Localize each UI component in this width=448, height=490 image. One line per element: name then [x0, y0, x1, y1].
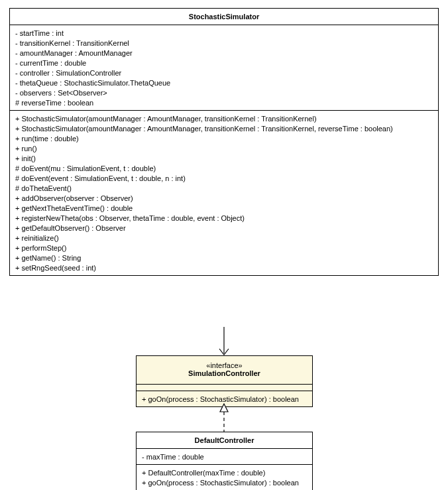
attributes-section: [137, 385, 312, 391]
operation: # doEvent(mu : SimulationEvent, t : doub…: [15, 163, 433, 173]
operation: + StochasticSimulator(amountManager : Am…: [15, 123, 433, 133]
operation: + getNextThetaEventTime() : double: [15, 203, 433, 213]
operations-section: + StochasticSimulator(amountManager : Am…: [10, 111, 438, 275]
operation: + DefaultController(maxTime : double): [142, 467, 307, 477]
stereotype: «interface»: [142, 359, 307, 369]
operation: + performStep(): [15, 243, 433, 253]
class-default-controller: DefaultController - maxTime : double + D…: [136, 432, 313, 490]
operation: + setRngSeed(seed : int): [15, 263, 433, 273]
operation: + reinitialize(): [15, 233, 433, 243]
operation: + init(): [15, 153, 433, 163]
attribute: # reverseTime : boolean: [15, 97, 433, 107]
operation: + StochasticSimulator(amountManager : Am…: [15, 113, 433, 123]
attribute: - transitionKernel : TransitionKernel: [15, 38, 433, 48]
operation: + getName() : String: [15, 253, 433, 263]
operations-section: + goOn(process : StochasticSimulator) : …: [137, 391, 312, 406]
class-simulation-controller: «interface» SimulationController + goOn(…: [136, 355, 313, 407]
operation: + run(): [15, 143, 433, 153]
realization-arrow: [217, 404, 231, 433]
attribute: - startTime : int: [15, 28, 433, 38]
operation: # doEvent(event : SimulationEvent, t : d…: [15, 173, 433, 183]
title-section: «interface» SimulationController: [137, 356, 312, 385]
attribute: - observers : Set<Observer>: [15, 88, 433, 97]
class-stochastic-simulator: StochasticSimulator - startTime : int - …: [9, 8, 439, 276]
attribute: - amountManager : AmountManager: [15, 48, 433, 58]
operation: + getDefaultObserver() : Observer: [15, 223, 433, 233]
attributes-section: - maxTime : double: [137, 449, 312, 465]
attribute: - controller : SimulationController: [15, 68, 433, 78]
operation: # doThetaEvent(): [15, 183, 433, 193]
attributes-section: - startTime : int - transitionKernel : T…: [10, 25, 438, 111]
operation: + registerNewTheta(obs : Observer, theta…: [15, 213, 433, 223]
class-title: StochasticSimulator: [10, 9, 438, 25]
attribute: - maxTime : double: [142, 452, 307, 461]
class-title: SimulationController: [142, 369, 307, 381]
attribute: - thetaQueue : StochasticSimulator.Theta…: [15, 78, 433, 88]
class-title: DefaultController: [137, 432, 312, 449]
operation: + goOn(process : StochasticSimulator) : …: [142, 394, 307, 404]
operation: + addObserver(observer : Observer): [15, 193, 433, 203]
attribute: - currentTime : double: [15, 58, 433, 68]
operation: + run(time : double): [15, 133, 433, 143]
operation: + goOn(process : StochasticSimulator) : …: [142, 477, 307, 487]
operations-section: + DefaultController(maxTime : double) + …: [137, 465, 312, 490]
